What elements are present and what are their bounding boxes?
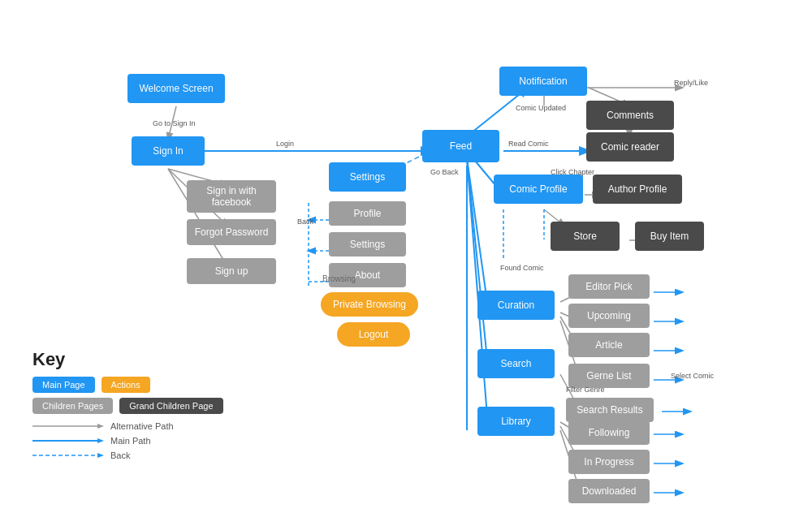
key-legend: Alternative Path Main Path Back <box>32 420 223 461</box>
back-label: Back <box>297 218 313 226</box>
editor-pick-node: Editor Pick <box>568 274 650 299</box>
key-area: Key Main Page Actions Children Pages Gra… <box>32 349 223 464</box>
svg-line-15 <box>467 158 487 302</box>
key-row-children: Children Pages Grand Children Page <box>32 398 223 414</box>
comic-profile-node: Comic Profile <box>494 175 583 204</box>
buy-item-node: Buy Item <box>635 222 704 251</box>
comments-node: Comments <box>586 101 674 130</box>
browsing-label: Browsing <box>322 274 356 283</box>
following-node: Following <box>568 420 650 445</box>
select-comic-label: Select Comic <box>671 372 714 380</box>
svg-marker-45 <box>97 438 104 443</box>
reply-like-label: Reply/Like <box>674 79 708 87</box>
feed-node: Feed <box>422 130 499 162</box>
key-main-page: Main Page <box>32 377 95 393</box>
sign-in-node: Sign In <box>132 136 205 166</box>
key-actions: Actions <box>102 377 150 393</box>
key-title: Key <box>32 349 223 370</box>
key-grand-children: Grand Children Page <box>119 398 222 414</box>
forgot-password-node: Forgot Password <box>187 219 276 245</box>
main-path-row: Main Path <box>32 435 223 446</box>
article-node: Article <box>568 333 650 357</box>
search-node: Search <box>477 349 555 378</box>
filter-genre-label: Filter Genre <box>566 386 605 394</box>
comic-reader-node: Comic reader <box>586 132 674 162</box>
curation-node: Curation <box>477 291 555 320</box>
signin-facebook-node: Sign in with facebook <box>187 180 276 213</box>
private-browsing-node: Private Browsing <box>321 292 418 317</box>
login-label: Login <box>276 140 294 148</box>
welcome-screen-node: Welcome Screen <box>127 74 225 103</box>
settings-sub-node: Settings <box>329 232 406 256</box>
logout-node: Logout <box>337 322 410 347</box>
key-row-main: Main Page Actions <box>32 377 223 393</box>
library-node: Library <box>477 407 555 436</box>
settings-node: Settings <box>329 162 406 192</box>
signup-node: Sign up <box>187 258 276 284</box>
author-profile-node: Author Profile <box>593 175 682 204</box>
upcoming-node: Upcoming <box>568 304 650 328</box>
svg-marker-47 <box>97 453 104 458</box>
store-node: Store <box>551 222 620 251</box>
downloaded-node: Downloaded <box>568 479 650 503</box>
comic-updated-label: Comic Updated <box>516 104 566 112</box>
notification-node: Notification <box>499 67 587 96</box>
svg-marker-43 <box>97 424 104 429</box>
read-comic-label: Read Comic <box>508 140 549 148</box>
go-to-sign-in-label: Go to Sign In <box>153 119 196 127</box>
found-comic-label: Found Comic <box>500 264 544 272</box>
in-progress-node: In Progress <box>568 450 650 474</box>
key-children: Children Pages <box>32 398 113 414</box>
search-results-node: Search Results <box>566 398 654 422</box>
click-chapter-label: Click Chapter <box>551 168 594 176</box>
profile-node: Profile <box>329 201 406 226</box>
back-path-row: Back <box>32 450 223 461</box>
svg-line-16 <box>467 158 487 360</box>
diagram-container: Welcome Screen Sign In Sign in with face… <box>0 0 812 513</box>
go-back-label: Go Back <box>430 168 459 176</box>
genre-list-node: Gerne List <box>568 364 650 388</box>
alt-path-row: Alternative Path <box>32 420 223 432</box>
